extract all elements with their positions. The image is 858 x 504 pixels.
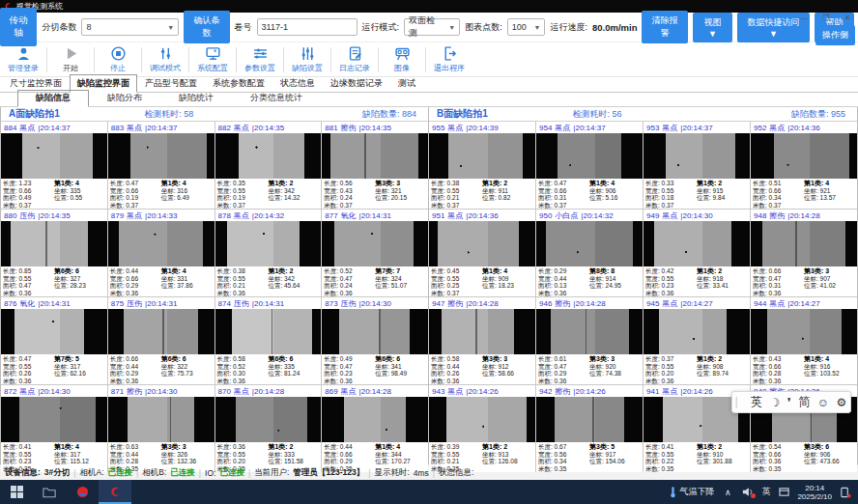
- defect-card[interactable]: 875 压伤 |20:14:31 长度: 0.66宽度: 0.44面积: 0.2…: [108, 297, 214, 384]
- defect-type: 黑点: [234, 386, 249, 397]
- defect-card[interactable]: 952 黑点 |20:14:36 长度: 0.51宽度: 0.66面积: 0.3…: [751, 122, 857, 209]
- transmission-button[interactable]: 传动轴: [0, 8, 37, 46]
- defect-image: [215, 309, 322, 354]
- action-user[interactable]: 管理登录: [2, 44, 44, 74]
- defect-card[interactable]: 872 黑点 |20:14:30 长度: 0.41宽度: 0.55面积: 0.2…: [1, 385, 107, 472]
- subtab-2[interactable]: 缺陷统计: [160, 90, 232, 106]
- defect-card[interactable]: 946 擦伤 |20:14:28 长度: 0.61宽度: 0.47面积: 0.2…: [536, 297, 643, 384]
- close-button[interactable]: ✕: [837, 12, 858, 23]
- stat-area: 面积: 0.30: [217, 370, 269, 378]
- view-menu-button[interactable]: 视图 ▼: [693, 13, 732, 42]
- roll-input[interactable]: [257, 18, 358, 36]
- stats-left-column: 长度: 0.45宽度: 0.55面积: 0.25米数: 0.37: [431, 267, 482, 296]
- defect-card[interactable]: 947 擦伤 |20:14:28 长度: 0.58宽度: 0.44面积: 0.2…: [429, 297, 535, 384]
- run-mode-select[interactable]: 双面检测▼: [404, 18, 460, 36]
- action-camera[interactable]: 图像: [381, 44, 423, 74]
- tab-5[interactable]: 边缘数据记录: [323, 74, 390, 92]
- defect-card[interactable]: 873 压伤 |20:14:30 长度: 0.49宽度: 0.47面积: 0.2…: [322, 297, 428, 384]
- stat-width: 宽度: 0.55: [645, 363, 697, 371]
- minimize-button[interactable]: —: [794, 12, 815, 23]
- ime-emoji-icon[interactable]: ☺: [817, 396, 829, 409]
- stat-coord: 坐标: 344: [375, 451, 426, 459]
- stat-meters: 米数: 0.37: [324, 202, 375, 210]
- defect-card[interactable]: 884 黑点 |20:14:37 长度: 1.23宽度: 0.66面积: 0.4…: [1, 122, 107, 209]
- defect-card-header: 951 黑点 |20:14:36: [429, 210, 535, 221]
- defect-card[interactable]: 949 黑点 |20:14:30 长度: 0.42宽度: 0.55面积: 0.2…: [644, 210, 750, 296]
- defect-card[interactable]: 943 黑点 |20:14:26 长度: 0.39宽度: 0.55面积: 0.2…: [429, 385, 535, 472]
- play-icon: [63, 45, 79, 62]
- action-play[interactable]: 开始: [49, 44, 92, 74]
- ime-toolbar[interactable]: ▏ 英 ☽ ❜ 简 ☺ ⚙: [731, 391, 851, 413]
- stat-meters: 米数: 0.36: [110, 378, 161, 385]
- divider: |: [73, 468, 75, 478]
- defect-card[interactable]: 942 擦伤 |20:14:26 长度: 0.67宽度: 0.56面积: 0.3…: [536, 385, 643, 472]
- weather-widget[interactable]: 气温下降: [670, 486, 714, 498]
- defect-card[interactable]: 870 黑点 |20:14:28 长度: 0.36宽度: 0.55面积: 0.2…: [215, 385, 322, 472]
- defect-card-header: 884 黑点 |20:14:37: [1, 122, 107, 133]
- maximize-button[interactable]: ❐: [815, 12, 837, 23]
- ime-settings-gear-icon[interactable]: ⚙: [836, 396, 846, 409]
- defect-card[interactable]: 945 黑点 |20:14:27 长度: 0.37宽度: 0.55面积: 0.2…: [644, 297, 750, 384]
- operate-side-button[interactable]: 操作侧: [815, 25, 855, 45]
- ime-language-indicator[interactable]: 英: [761, 486, 770, 498]
- stats-left-column: 长度: 0.38宽度: 0.55面积: 0.21米数: 0.37: [431, 180, 482, 209]
- tab-6[interactable]: 测试: [390, 74, 423, 92]
- ime-punct-icon[interactable]: ❜: [787, 396, 791, 409]
- defect-card[interactable]: 874 压伤 |20:14:31 长度: 0.58宽度: 0.52面积: 0.3…: [215, 297, 322, 384]
- defect-card[interactable]: 879 黑点 |20:14:33 长度: 0.44宽度: 0.66面积: 0.2…: [108, 210, 214, 296]
- defect-card[interactable]: 869 黑点 |20:14:28 长度: 0.44宽度: 0.66面积: 0.2…: [322, 385, 428, 472]
- confirm-count-button[interactable]: 确认条数: [184, 11, 229, 43]
- defect-card[interactable]: 953 黑点 |20:14:37 长度: 0.33宽度: 0.55面积: 0.1…: [644, 122, 750, 209]
- action-debug-sliders[interactable]: 调试模式: [144, 44, 186, 74]
- defect-card[interactable]: 876 氧化 |20:14:31 长度: 0.47宽度: 0.55面积: 0.2…: [1, 297, 107, 384]
- ime-lang-button[interactable]: 英: [751, 394, 762, 410]
- ime-moon-icon[interactable]: ☽: [769, 396, 780, 409]
- stats-right-column: 第3类: 6坐标: 906位置: 473.66: [804, 443, 855, 472]
- defect-card[interactable]: 950 小白点 |20:14:32 长度: 0.29宽度: 0.44面积: 0.…: [536, 210, 643, 296]
- tray-device-icon[interactable]: [839, 487, 852, 498]
- defect-card-grid: 955 黑点 |20:14:39 长度: 0.38宽度: 0.55面积: 0.2…: [429, 122, 857, 472]
- monitor-icon: [205, 45, 221, 62]
- window-control-zone: — ❐ ✕ 操作侧: [777, 12, 858, 42]
- defect-card[interactable]: 944 黑点 |20:14:27 长度: 0.43宽度: 0.66面积: 0.2…: [751, 297, 857, 384]
- action-sliders-v[interactable]: 缺陷设置: [286, 44, 329, 74]
- volume-icon[interactable]: [741, 487, 755, 497]
- defect-card[interactable]: 880 压伤 |20:14:35 长度: 0.85宽度: 0.55面积: 0.4…: [1, 210, 107, 296]
- defect-id: 953: [646, 124, 659, 132]
- action-monitor[interactable]: 系统配置: [191, 44, 234, 74]
- taskbar-app-sogou[interactable]: [66, 480, 99, 504]
- start-button[interactable]: [0, 480, 33, 504]
- divider: |: [199, 468, 201, 478]
- stats-left-column: 长度: 0.47宽度: 0.66面积: 0.31米数: 0.37: [538, 180, 589, 209]
- subtab-0[interactable]: 缺陷信息: [17, 90, 89, 107]
- defect-card[interactable]: 882 黑点 |20:14:35 长度: 0.35宽度: 0.55面积: 0.1…: [215, 122, 322, 209]
- defect-time: |20:14:32: [581, 211, 613, 220]
- defect-card[interactable]: 951 黑点 |20:14:36 长度: 0.45宽度: 0.55面积: 0.2…: [429, 210, 535, 296]
- defect-card[interactable]: 948 擦伤 |20:14:28 长度: 0.66宽度: 0.47面积: 0.3…: [751, 210, 857, 296]
- subtab-3[interactable]: 分类信息统计: [232, 90, 321, 106]
- action-log[interactable]: 日志记录: [333, 44, 376, 74]
- action-sliders-h[interactable]: 参数设置: [239, 44, 281, 74]
- action-exit[interactable]: 退出程序: [428, 44, 471, 74]
- defect-card[interactable]: 955 黑点 |20:14:39 长度: 0.38宽度: 0.55面积: 0.2…: [429, 122, 535, 209]
- taskbar-clock[interactable]: 20:14 2025/2/10: [797, 484, 832, 501]
- defect-card[interactable]: 883 黑点 |20:14:37 长度: 0.47宽度: 0.66面积: 0.1…: [108, 122, 214, 209]
- ime-simplified-button[interactable]: 简: [798, 394, 810, 410]
- defect-card[interactable]: 871 擦伤 |20:14:30 长度: 0.63宽度: 0.44面积: 0.2…: [108, 385, 214, 472]
- defect-card[interactable]: 878 黑点 |20:14:32 长度: 0.38宽度: 0.55面积: 0.2…: [215, 210, 322, 296]
- tray-chevron-icon[interactable]: ∧: [721, 488, 734, 497]
- defect-id: 954: [539, 124, 552, 132]
- taskbar-app-inspection[interactable]: [99, 480, 131, 504]
- tray-window-icon[interactable]: [777, 487, 790, 497]
- chart-points-select[interactable]: 100▼: [507, 18, 546, 36]
- slit-count-select[interactable]: 8▼: [81, 18, 179, 36]
- stat-coord: 坐标: 316: [161, 187, 213, 195]
- defect-card[interactable]: 877 氧化 |20:14:31 长度: 0.52宽度: 0.47面积: 0.2…: [322, 210, 428, 296]
- taskbar-app-explorer[interactable]: [33, 480, 66, 504]
- defect-card[interactable]: 954 黑点 |20:14:37 长度: 0.47宽度: 0.66面积: 0.3…: [536, 122, 643, 209]
- stat-width: 宽度: 0.66: [110, 187, 161, 195]
- clear-alarm-button[interactable]: 清除报警: [642, 11, 687, 43]
- action-stop[interactable]: 停止: [97, 44, 139, 74]
- defect-card[interactable]: 881 擦伤 |20:14:35 长度: 0.56宽度: 0.43面积: 0.2…: [322, 122, 428, 209]
- subtab-1[interactable]: 缺陷分布: [89, 90, 160, 106]
